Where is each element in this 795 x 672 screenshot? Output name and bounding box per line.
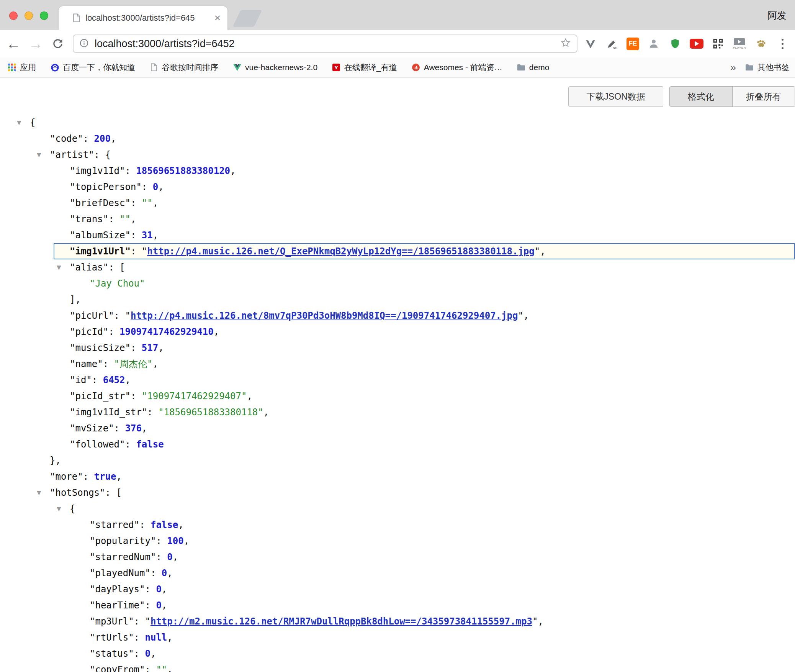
svg-text:en: en <box>613 45 618 49</box>
json-line: ▼"artist": { <box>0 147 795 163</box>
json-line: "playedNum": 0, <box>0 565 795 581</box>
reload-button[interactable] <box>49 30 67 57</box>
json-punct: : " <box>134 616 150 627</box>
json-punct: { <box>30 117 35 128</box>
json-punct: : <box>131 343 142 353</box>
tab-close-icon[interactable]: × <box>214 13 221 23</box>
json-punct: : <box>125 439 136 450</box>
json-line: "status": 0, <box>0 646 795 662</box>
json-punct: , <box>178 520 183 530</box>
vimium-extension-icon[interactable] <box>584 37 597 51</box>
json-punct: }, <box>50 455 61 466</box>
other-bookmarks-folder[interactable]: 其他书签 <box>745 62 790 73</box>
bookmark-star-icon[interactable] <box>560 37 571 50</box>
collapse-toggle-icon[interactable]: ▼ <box>57 259 61 275</box>
json-punct: , <box>162 584 167 595</box>
download-json-button[interactable]: 下载JSON数据 <box>568 86 663 107</box>
json-key: "code" <box>50 133 83 144</box>
collapse-all-button[interactable]: 折叠所有 <box>733 87 795 107</box>
svg-text:Y: Y <box>334 65 338 70</box>
json-key: "topicPerson" <box>70 182 142 192</box>
json-punct: , <box>116 471 121 482</box>
collapse-toggle-icon[interactable]: ▼ <box>57 501 61 517</box>
person-extension-icon[interactable] <box>647 37 661 51</box>
shield-extension-icon[interactable] <box>668 37 682 51</box>
baidu-icon <box>51 63 59 72</box>
close-window-button[interactable] <box>9 11 18 20</box>
json-line: "mvSize": 376, <box>0 420 795 436</box>
json-line: "trans": "", <box>0 211 795 227</box>
collapse-toggle-icon[interactable]: ▼ <box>37 147 41 163</box>
json-number: 100 <box>167 536 183 546</box>
json-number: 0 <box>156 600 161 611</box>
json-url-link[interactable]: http://p4.music.126.net/Q_ExePNkmqB2yWyL… <box>147 246 534 257</box>
bookmarks-bar: 应用百度一下，你就知道谷歌按时间排序vue-hackernews-2.0Y在线翻… <box>0 57 795 78</box>
json-line: "img1v1Id": 18569651883380120, <box>0 163 795 179</box>
json-key: "name" <box>70 359 103 369</box>
json-key: "img1v1Id" <box>70 166 125 176</box>
bookmark-item[interactable]: vue-hackernews-2.0 <box>233 63 317 72</box>
back-button[interactable]: ← <box>5 30 22 57</box>
player-extension-label: PLAYER <box>733 46 746 49</box>
json-punct: { <box>70 503 75 514</box>
bookmark-item[interactable]: 百度一下，你就知道 <box>51 62 135 73</box>
bookmark-label: 在线翻译_有道 <box>344 62 397 73</box>
translate-extension-icon[interactable]: en <box>605 37 619 51</box>
bookmark-item[interactable]: demo <box>517 63 550 72</box>
json-url-link[interactable]: http://m2.music.126.net/RMJR7wDullRqppBk… <box>150 616 532 627</box>
bookmark-label: demo <box>529 63 550 72</box>
json-punct: : " <box>114 310 131 321</box>
bookmark-item[interactable]: 应用 <box>8 62 36 73</box>
json-punct: : [ <box>108 262 125 273</box>
json-key: "dayPlays" <box>90 584 145 595</box>
json-punct: , <box>230 166 236 176</box>
json-boolean: false <box>150 520 178 530</box>
bookmark-item[interactable]: 谷歌按时间排序 <box>150 62 218 73</box>
minimize-window-button[interactable] <box>25 11 33 20</box>
forward-button[interactable]: → <box>27 30 44 57</box>
json-punct: : <box>156 536 167 546</box>
bookmarks-overflow-icon[interactable]: » <box>730 61 736 74</box>
json-punct: : <box>147 407 158 418</box>
address-bar[interactable]: localhost:3000/artists?id=6452 <box>73 34 577 53</box>
bookmark-item[interactable]: Y在线翻译_有道 <box>332 62 397 73</box>
info-icon[interactable] <box>79 38 89 50</box>
json-number: 376 <box>125 423 142 434</box>
json-number: 0 <box>167 552 172 562</box>
fullscreen-window-button[interactable] <box>40 11 48 20</box>
json-key: "picUrl" <box>70 310 114 321</box>
collapse-toggle-icon[interactable]: ▼ <box>17 115 21 131</box>
json-url-link[interactable]: http://p4.music.126.net/8mv7qP30Pd3oHW8b… <box>131 310 518 321</box>
browser-menu-icon[interactable] <box>775 37 789 51</box>
fe-extension-icon[interactable]: FE <box>627 38 639 50</box>
json-punct: : <box>142 182 153 192</box>
player-extension-icon[interactable]: PLAYER <box>733 37 746 51</box>
page-favicon-icon <box>72 14 81 22</box>
json-key: "picId_str" <box>70 391 131 402</box>
browser-tab[interactable]: localhost:3000/artists?id=645 × <box>59 6 227 30</box>
json-line: "picUrl": "http://p4.music.126.net/8mv7q… <box>0 308 795 324</box>
json-punct: , <box>263 407 269 418</box>
json-line: "id": 6452, <box>0 372 795 388</box>
format-button[interactable]: 格式化 <box>670 87 733 107</box>
collapse-toggle-icon[interactable]: ▼ <box>37 485 41 501</box>
youtube-extension-icon[interactable] <box>690 37 703 51</box>
json-key: "mvSize" <box>70 423 114 434</box>
json-key: "playedNum" <box>90 568 150 579</box>
bookmark-label: 百度一下，你就知道 <box>63 62 135 73</box>
awesomes-icon: A <box>412 63 420 72</box>
new-tab-button[interactable] <box>232 10 262 27</box>
json-punct: , <box>214 326 219 337</box>
json-number: 200 <box>94 133 111 144</box>
view-mode-toggle: 格式化 折叠所有 <box>669 86 795 107</box>
json-key: "alias" <box>70 262 108 273</box>
bookmark-item[interactable]: AAwesomes - 前端资… <box>412 62 502 73</box>
paw-extension-icon[interactable] <box>754 37 768 51</box>
json-key: "trans" <box>70 214 108 225</box>
other-bookmarks-label: 其他书签 <box>757 62 790 73</box>
extensions-area: en FE PLAYER <box>584 30 789 57</box>
profile-name[interactable]: 阿发 <box>767 9 787 22</box>
qrcode-extension-icon[interactable] <box>711 37 725 51</box>
json-punct: , <box>125 375 131 385</box>
bookmark-label: Awesomes - 前端资… <box>424 62 502 73</box>
